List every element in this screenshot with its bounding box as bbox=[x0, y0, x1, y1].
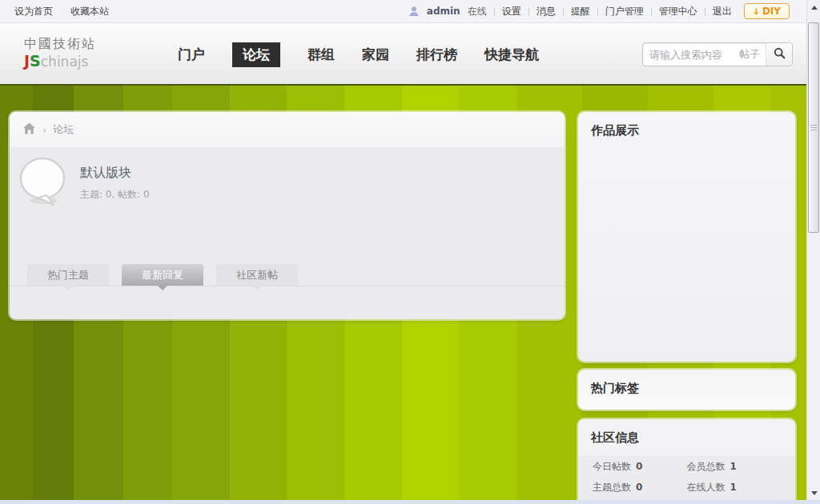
forum-title-link[interactable]: 默认版块 bbox=[80, 165, 150, 182]
scroll-down-icon bbox=[811, 491, 818, 495]
diy-button[interactable]: ↓ DIY bbox=[744, 3, 790, 19]
online-status-link[interactable]: 在线 bbox=[468, 5, 487, 18]
scroll-up-icon bbox=[811, 6, 818, 10]
divider bbox=[529, 7, 529, 16]
site-logo[interactable]: 中國技術站 JSchinajs bbox=[24, 36, 96, 71]
forum-stats: 主题: 0, 帖数: 0 bbox=[80, 188, 150, 202]
topbar-right: admin 在线 设置 消息 提醒 门户管理 管理中心 退出 ↓ DIY bbox=[408, 3, 790, 19]
site-header: 中國技術站 JSchinajs 门户 论坛 群组 家园 排行榜 快捷导航 帖子 bbox=[0, 23, 820, 86]
community-info-title: 社区信息 bbox=[578, 419, 795, 454]
search-box: 帖子 bbox=[642, 42, 793, 66]
tabbar: 热门主题 最新回复 社区新帖 bbox=[10, 264, 565, 286]
breadcrumb-separator: › bbox=[42, 124, 46, 136]
messages-link[interactable]: 消息 bbox=[537, 5, 556, 18]
nav-item-home[interactable]: 家园 bbox=[362, 46, 389, 64]
tab-new-posts[interactable]: 社区新帖 bbox=[216, 264, 298, 286]
works-panel-title: 作品展示 bbox=[578, 112, 795, 146]
tab-hot-topics[interactable]: 热门主题 bbox=[27, 264, 109, 286]
breadcrumb: › 论坛 bbox=[10, 112, 565, 147]
divider bbox=[651, 7, 652, 16]
scroll-up-button[interactable] bbox=[807, 1, 820, 14]
community-info-panel: 社区信息 今日帖数0 会员总数1 主题总数0 在线人数1 帖子总数0 在线会员1 bbox=[578, 419, 795, 504]
stat-today-posts: 今日帖数0 bbox=[593, 460, 687, 474]
works-panel: 作品展示 bbox=[578, 112, 795, 362]
settings-link[interactable]: 设置 bbox=[502, 5, 521, 18]
topbar-left: 设为首页 收藏本站 bbox=[14, 5, 109, 18]
search-button[interactable] bbox=[766, 42, 792, 66]
nav-item-groups[interactable]: 群组 bbox=[308, 46, 335, 64]
nav-item-quick-nav[interactable]: 快捷导航 bbox=[484, 46, 539, 64]
forum-text: 默认版块 主题: 0, 帖数: 0 bbox=[80, 157, 150, 208]
forum-row: 默认版块 主题: 0, 帖数: 0 bbox=[10, 147, 565, 208]
main-nav: 门户 论坛 群组 家园 排行榜 快捷导航 bbox=[178, 40, 539, 69]
hot-tags-panel: 热门标签 bbox=[578, 370, 795, 410]
search-icon bbox=[774, 47, 786, 62]
home-icon[interactable] bbox=[22, 122, 36, 137]
forum-speech-bubble-icon[interactable] bbox=[19, 157, 67, 208]
notifications-link[interactable]: 提醒 bbox=[571, 5, 590, 18]
divider bbox=[705, 7, 705, 16]
stat-total-members: 会员总数1 bbox=[687, 460, 782, 474]
search-scope-dropdown[interactable]: 帖子 bbox=[734, 47, 766, 62]
nav-item-forum[interactable]: 论坛 bbox=[232, 42, 280, 67]
main-forum-panel: › 论坛 默认版块 主题: 0, 帖数: 0 热门主题 最新回复 社区新帖 bbox=[10, 112, 565, 319]
tab-latest-replies[interactable]: 最新回复 bbox=[122, 264, 203, 286]
divider bbox=[494, 7, 495, 16]
bookmark-site-link[interactable]: 收藏本站 bbox=[70, 5, 109, 18]
vertical-scrollbar[interactable] bbox=[806, 0, 820, 504]
nav-item-ranking[interactable]: 排行榜 bbox=[416, 46, 457, 64]
topbar: 设为首页 收藏本站 admin 在线 设置 消息 提醒 门户管理 管理中心 退出… bbox=[0, 0, 820, 23]
nav-item-portal[interactable]: 门户 bbox=[178, 46, 205, 64]
logout-link[interactable]: 退出 bbox=[713, 5, 732, 18]
scroll-down-button[interactable] bbox=[807, 486, 820, 499]
window-bottom-edge bbox=[0, 500, 820, 504]
scrollbar-thumb[interactable] bbox=[808, 22, 819, 233]
username-link[interactable]: admin bbox=[427, 6, 460, 17]
set-homepage-link[interactable]: 设为首页 bbox=[14, 5, 53, 18]
stat-total-topics: 主题总数0 bbox=[593, 481, 687, 494]
diy-label: DIY bbox=[762, 6, 781, 17]
breadcrumb-forum-link[interactable]: 论坛 bbox=[53, 122, 74, 137]
diy-arrow-icon: ↓ bbox=[753, 6, 760, 17]
divider bbox=[563, 7, 564, 16]
search-input[interactable] bbox=[643, 49, 734, 61]
stat-online-users: 在线人数1 bbox=[687, 481, 782, 494]
admin-center-link[interactable]: 管理中心 bbox=[659, 5, 697, 18]
hot-tags-panel-title: 热门标签 bbox=[578, 370, 795, 404]
community-stats: 今日帖数0 会员总数1 主题总数0 在线人数1 帖子总数0 在线会员1 bbox=[578, 455, 795, 504]
portal-admin-link[interactable]: 门户管理 bbox=[605, 5, 644, 18]
logo-text-en: JSchinajs bbox=[24, 52, 96, 71]
user-icon bbox=[408, 6, 420, 17]
content-area: › 论坛 默认版块 主题: 0, 帖数: 0 热门主题 最新回复 社区新帖 作品… bbox=[0, 86, 820, 504]
divider bbox=[597, 7, 598, 16]
logo-text-cn: 中國技術站 bbox=[24, 36, 96, 52]
